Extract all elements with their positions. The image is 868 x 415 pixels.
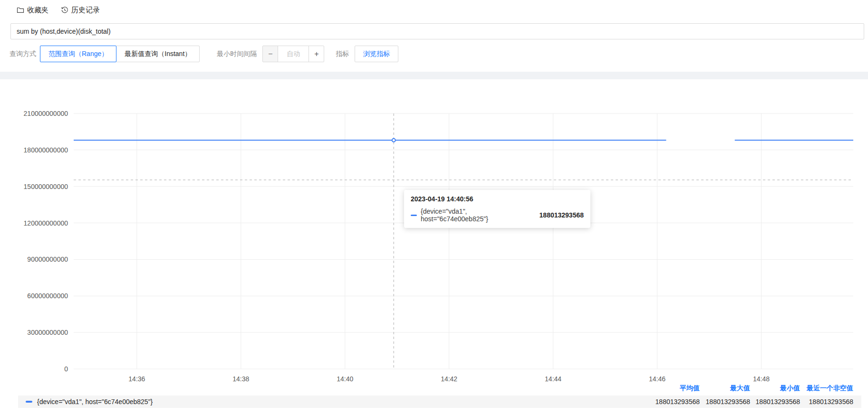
legend-series-name: {device="vda1", host="6c74e00eb825"} [37,398,643,406]
favorites-button[interactable]: 收藏夹 [17,6,48,15]
legend-avg-value: 188013293568 [643,398,700,406]
series-color-marker-icon [26,401,32,403]
legend-max-value: 188013293568 [700,398,750,406]
interval-increase-button[interactable]: + [309,46,324,62]
promql-query-input[interactable] [10,23,864,39]
legend-header-row: 平均值 最大值 最小值 最近一个非空值 [18,383,861,394]
interval-decrease-button[interactable]: − [262,46,278,62]
series-color-dash-icon [411,215,417,216]
tooltip-series-row: {device="vda1", host="6c74e00eb825"} 188… [411,208,584,223]
svg-text:14:40: 14:40 [337,375,353,383]
svg-text:90000000000: 90000000000 [27,255,68,263]
legend-header-max[interactable]: 最大值 [700,384,750,393]
legend-header-avg[interactable]: 平均值 [643,384,700,393]
legend-header-min[interactable]: 最小值 [750,384,800,393]
history-button[interactable]: 历史记录 [61,6,100,15]
tooltip-timestamp: 2023-04-19 14:40:56 [411,195,584,203]
chart-tooltip: 2023-04-19 14:40:56 {device="vda1", host… [404,190,590,228]
instant-query-button[interactable]: 最新值查询（Instant） [116,46,200,62]
range-query-button[interactable]: 范围查询（Range） [40,46,116,62]
legend-header-last[interactable]: 最近一个非空值 [800,384,853,393]
min-interval-label: 最小时间间隔 [217,50,257,58]
svg-text:180000000000: 180000000000 [24,146,68,154]
svg-text:60000000000: 60000000000 [27,292,68,300]
tooltip-series-value: 188013293568 [533,211,584,219]
top-toolbar: 收藏夹 历史记录 [0,0,868,20]
favorites-label: 收藏夹 [27,6,48,15]
svg-text:14:38: 14:38 [232,375,249,383]
svg-text:14:42: 14:42 [441,375,457,383]
svg-text:0: 0 [64,365,68,373]
timeseries-chart[interactable]: 2100000000001800000000001500000000001200… [0,80,868,386]
query-controls: 查询方式 范围查询（Range） 最新值查询（Instant） 最小时间间隔 −… [10,46,398,62]
interval-value: 自动 [278,46,309,62]
svg-text:14:36: 14:36 [128,375,145,383]
tooltip-series-name: {device="vda1", host="6c74e00eb825"} [421,208,533,223]
section-divider [0,72,868,79]
svg-text:14:48: 14:48 [753,375,770,383]
legend-min-value: 188013293568 [750,398,800,406]
interval-stepper: − 自动 + [262,46,324,62]
svg-text:30000000000: 30000000000 [27,329,68,336]
query-mode-label: 查询方式 [10,50,36,58]
browse-metrics-button[interactable]: 浏览指标 [355,46,398,62]
legend-last-value: 188013293568 [800,398,853,406]
history-label: 历史记录 [71,6,100,15]
svg-text:210000000000: 210000000000 [24,110,68,117]
svg-text:14:44: 14:44 [545,375,561,383]
history-icon [61,6,68,14]
legend-series-row[interactable]: {device="vda1", host="6c74e00eb825"} 188… [18,396,861,408]
metric-label: 指标 [336,50,349,58]
folder-icon [17,6,24,14]
svg-text:14:46: 14:46 [649,375,665,383]
svg-text:150000000000: 150000000000 [24,183,68,190]
svg-text:120000000000: 120000000000 [24,219,68,227]
